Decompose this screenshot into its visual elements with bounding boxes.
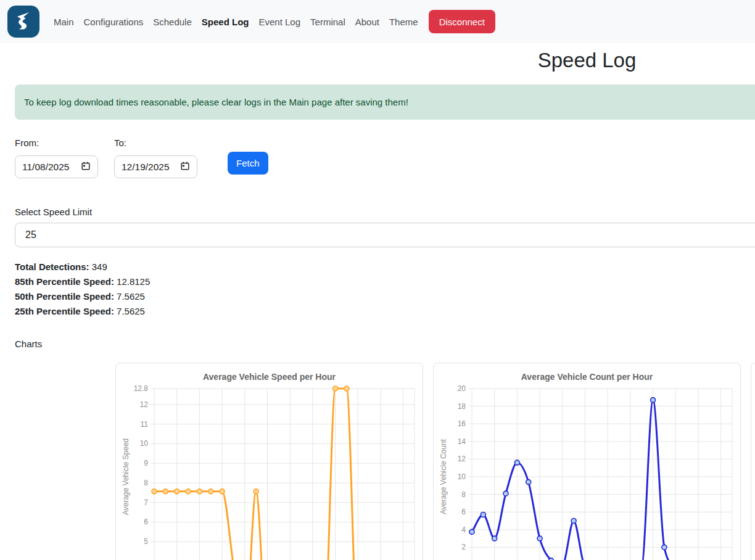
- nav-item-theme[interactable]: Theme: [384, 17, 423, 27]
- alert-success: To keep log download times reasonable, p…: [15, 84, 755, 120]
- data-point: [481, 512, 485, 517]
- chart-title: Average Vehicle Count per Hour: [521, 372, 653, 382]
- y-tick-label: 11: [141, 420, 149, 429]
- data-point: [503, 491, 508, 496]
- nav-item-main[interactable]: Main: [49, 17, 79, 27]
- chart-title: Average Vehicle Speed per Hour: [203, 372, 336, 382]
- from-label: From:: [15, 138, 98, 148]
- road-logo-icon: [11, 8, 36, 35]
- chart-card-count: 20181614121086420Average Vehicle Count p…: [433, 363, 741, 560]
- count-per-hour-chart[interactable]: 20181614121086420Average Vehicle Count p…: [434, 363, 740, 560]
- speed-per-hour-chart[interactable]: 12.8121110987653.8Average Vehicle Speed …: [116, 363, 423, 560]
- data-point: [344, 386, 349, 391]
- data-line: [154, 389, 415, 560]
- nav-item-event-log[interactable]: Event Log: [254, 17, 305, 27]
- y-tick-label: 20: [458, 384, 466, 393]
- y-tick-label: 12: [458, 455, 466, 463]
- nav-item-schedule[interactable]: Schedule: [148, 17, 197, 27]
- data-point: [208, 489, 213, 494]
- fetch-button[interactable]: Fetch: [228, 152, 268, 175]
- stat-total-detections: Total Detections: 349: [15, 260, 755, 274]
- data-point: [197, 489, 202, 494]
- data-point: [220, 489, 225, 494]
- data-point: [537, 536, 542, 541]
- data-point: [469, 529, 474, 534]
- y-tick-label: 6: [144, 517, 148, 526]
- stats-block: Total Detections: 349 85th Percentile Sp…: [15, 260, 755, 319]
- chart-svg: 12.8121110987653.8Average Vehicle Speed …: [116, 363, 423, 560]
- to-group: To: 12/19/2025: [114, 138, 197, 178]
- data-point: [651, 398, 656, 403]
- date-filter-row: From: 11/08/2025 To: 12/19/2025: [15, 138, 755, 178]
- page-title: Speed Log: [0, 47, 755, 74]
- charts-row: 12.8121110987653.8Average Vehicle Speed …: [0, 363, 755, 560]
- data-point: [175, 489, 179, 494]
- calendar-icon[interactable]: [81, 161, 91, 173]
- data-point: [492, 536, 497, 541]
- y-tick-label: 5: [144, 537, 148, 546]
- to-date-input[interactable]: 12/19/2025: [114, 155, 197, 178]
- y-tick-label: 12.8: [134, 384, 149, 393]
- y-tick-label: 16: [458, 419, 466, 428]
- speed-limit-select[interactable]: 25: [15, 223, 755, 247]
- nav-item-terminal[interactable]: Terminal: [305, 17, 350, 27]
- y-axis-title: Average Vehicle Speed: [122, 439, 130, 516]
- nav-menu: Main Configurations Schedule Speed Log E…: [49, 17, 423, 27]
- navbar: Main Configurations Schedule Speed Log E…: [0, 0, 755, 43]
- to-label: To:: [114, 138, 197, 148]
- disconnect-button[interactable]: Disconnect: [429, 10, 495, 33]
- data-point: [526, 480, 531, 485]
- chart-card-partial: [751, 363, 755, 560]
- nav-item-about[interactable]: About: [350, 17, 384, 27]
- y-tick-label: 8: [461, 490, 466, 499]
- calendar-icon[interactable]: [180, 161, 190, 173]
- to-date-value: 12/19/2025: [122, 162, 170, 173]
- y-tick-label: 10: [140, 439, 149, 448]
- data-point: [571, 519, 576, 524]
- y-tick-label: 18: [458, 402, 466, 411]
- data-point: [662, 545, 667, 550]
- stat-85th-percentile: 85th Percentile Speed: 12.8125: [15, 274, 755, 289]
- chart-svg: 20181614121086420Average Vehicle Count p…: [434, 363, 740, 560]
- y-tick-label: 8: [144, 479, 148, 487]
- y-tick-label: 7: [144, 498, 148, 507]
- charts-label: Charts: [15, 339, 755, 349]
- data-point: [163, 489, 168, 494]
- nav-item-speed-log[interactable]: Speed Log: [197, 17, 254, 27]
- data-point: [514, 460, 519, 465]
- y-tick-label: 12: [140, 400, 149, 409]
- y-tick-label: 9: [144, 459, 148, 467]
- y-axis-title: Average Vehicle Count: [439, 439, 448, 514]
- chart-card-speed: 12.8121110987653.8Average Vehicle Speed …: [115, 363, 423, 560]
- y-tick-label: 14: [458, 437, 466, 446]
- data-point: [254, 489, 258, 494]
- y-tick-label: 6: [461, 508, 466, 516]
- from-group: From: 11/08/2025: [15, 138, 98, 178]
- from-date-value: 11/08/2025: [22, 162, 69, 173]
- data-point: [152, 489, 157, 494]
- alert-text: To keep log download times reasonable, p…: [24, 97, 408, 107]
- speed-limit-value: 25: [25, 229, 36, 241]
- y-tick-label: 4: [461, 525, 466, 534]
- stat-50th-percentile: 50th Percentile Speed: 7.5625: [15, 289, 755, 304]
- y-tick-label: 2: [461, 543, 466, 551]
- nav-item-configurations[interactable]: Configurations: [79, 17, 149, 27]
- y-tick-label: 10: [458, 472, 466, 481]
- data-point: [333, 386, 338, 391]
- page: Main Configurations Schedule Speed Log E…: [0, 0, 755, 560]
- from-date-input[interactable]: 11/08/2025: [15, 155, 98, 178]
- stat-25th-percentile: 25th Percentile Speed: 7.5625: [15, 304, 755, 319]
- app-logo[interactable]: [7, 6, 39, 38]
- data-point: [186, 489, 191, 494]
- speed-limit-label: Select Speed Limit: [15, 207, 755, 217]
